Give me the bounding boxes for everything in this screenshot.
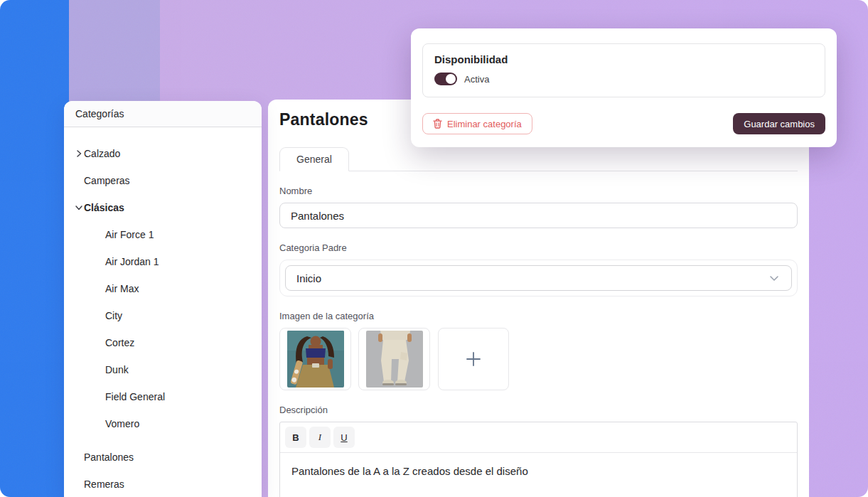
sidebar-item-pantalones[interactable]: Pantalones	[64, 444, 262, 471]
save-changes-button[interactable]: Guardar cambios	[733, 113, 825, 134]
sidebar-item-label: Clásicas	[84, 202, 124, 213]
sidebar-item-clásicas[interactable]: Clásicas	[64, 194, 262, 221]
italic-button[interactable]: I	[309, 427, 331, 448]
bold-button[interactable]: B	[285, 427, 306, 448]
photo-model-skateboard	[287, 331, 344, 388]
sidebar-item-label: Calzado	[84, 148, 120, 159]
sidebar-item-label: Vomero	[105, 418, 139, 429]
sidebar-item-label: City	[105, 310, 122, 321]
chevron-down-icon	[768, 272, 781, 284]
sidebar-item-label: Remeras	[84, 479, 124, 490]
add-image-button[interactable]	[438, 328, 509, 390]
categories-sidebar: Categorías CalzadoCamperasClásicasAir Fo…	[64, 101, 262, 497]
sidebar-item-label: Field General	[105, 391, 165, 402]
availability-toggle[interactable]	[434, 73, 457, 85]
sidebar-item-air-jordan-1[interactable]: Air Jordan 1	[64, 248, 262, 275]
sidebar-item-label: Camperas	[84, 175, 130, 186]
parent-category-select-wrapper: Inicio	[279, 260, 798, 296]
sidebar-item-remeras[interactable]: Remeras	[64, 471, 262, 497]
category-image-thumbnail-1[interactable]	[279, 328, 351, 390]
parent-category-label: Categoria Padre	[279, 242, 798, 253]
sidebar-item-field-general[interactable]: Field General	[64, 383, 262, 410]
description-toolbar: B I U	[280, 422, 797, 453]
category-image-label: Imagen de la categoría	[279, 311, 798, 321]
availability-toggle-label: Activa	[464, 74, 489, 85]
sidebar-item-vomero[interactable]: Vomero	[64, 410, 262, 437]
sidebar-item-label: Air Max	[105, 283, 139, 294]
availability-toggle-row[interactable]: Activa	[434, 73, 813, 85]
toggle-knob	[446, 74, 456, 84]
tab-general[interactable]: General	[279, 147, 349, 171]
chevron-right-icon	[73, 148, 85, 159]
sidebar-item-cortez[interactable]: Cortez	[64, 329, 262, 356]
category-image-thumbnail-2[interactable]	[358, 328, 430, 390]
chevron-down-icon	[73, 202, 85, 213]
availability-box: Disponibilidad Activa	[422, 43, 825, 97]
sidebar-title: Categorías	[64, 101, 262, 127]
sidebar-item-air-max[interactable]: Air Max	[64, 275, 262, 302]
parent-category-value: Inicio	[296, 272, 321, 284]
sidebar-item-label: Air Force 1	[105, 229, 154, 240]
card-footer: Eliminar categoría Guardar cambios	[422, 113, 825, 134]
delete-category-label: Eliminar categoría	[447, 119, 522, 129]
sidebar-item-label: Cortez	[105, 337, 134, 348]
name-label: Nombre	[279, 186, 798, 196]
trash-icon	[433, 119, 442, 129]
availability-title: Disponibilidad	[434, 53, 813, 65]
sidebar-item-air-force-1[interactable]: Air Force 1	[64, 221, 262, 248]
image-thumbnails	[279, 328, 798, 390]
underline-button[interactable]: U	[333, 427, 355, 448]
plus-icon	[464, 350, 483, 368]
app-window: Categorías CalzadoCamperasClásicasAir Fo…	[0, 0, 868, 497]
category-detail-panel: Pantalones General Nombre Categoria Padr…	[268, 100, 809, 497]
sidebar-item-calzado[interactable]: Calzado	[64, 140, 262, 167]
category-tree: CalzadoCamperasClásicasAir Force 1Air Jo…	[64, 127, 262, 497]
availability-actions-card: Disponibilidad Activa Eliminar categoría	[411, 28, 837, 147]
description-label: Descripción	[279, 405, 798, 415]
parent-category-select[interactable]: Inicio	[285, 265, 792, 291]
sidebar-item-city[interactable]: City	[64, 302, 262, 329]
sidebar-item-label: Air Jordan 1	[105, 256, 159, 267]
sidebar-item-dunk[interactable]: Dunk	[64, 356, 262, 383]
name-input[interactable]	[279, 203, 798, 228]
sidebar-item-camperas[interactable]: Camperas	[64, 167, 262, 194]
sidebar-item-label: Dunk	[105, 364, 129, 375]
delete-category-button[interactable]: Eliminar categoría	[422, 113, 532, 134]
description-editor: B I U Pantalones de la A a la Z creados …	[279, 422, 798, 497]
sidebar-item-label: Pantalones	[84, 451, 134, 463]
description-text[interactable]: Pantalones de la A a la Z creados desde …	[280, 453, 797, 489]
tab-bar: General	[279, 146, 798, 171]
photo-cream-pants	[366, 331, 423, 388]
